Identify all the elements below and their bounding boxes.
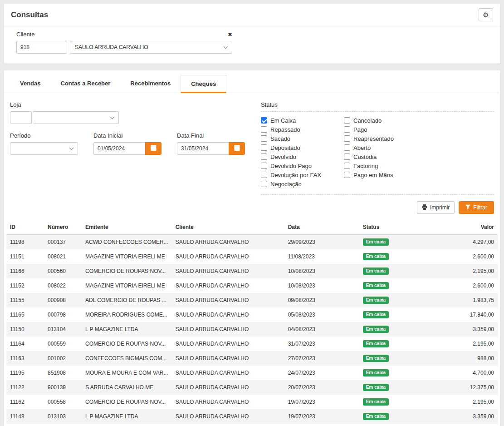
table-row[interactable]: 11151 008021 MAGAZINE VITORIA EIRELI ME … [6, 249, 498, 264]
status-badge: Em caixa [363, 413, 389, 420]
cliente-select[interactable]: SAULO ARRUDA CARVALHO [70, 41, 232, 54]
status-checkbox-item[interactable]: Sacado [261, 134, 344, 143]
checkbox-label: Pago em Mãos [353, 172, 393, 178]
status-checkbox-item[interactable]: Negociação [261, 179, 344, 188]
data-inicial-input[interactable] [93, 142, 146, 155]
tab-cheques[interactable]: Cheques [181, 75, 226, 93]
checkbox-icon[interactable] [344, 144, 350, 151]
status-checkbox-item[interactable]: Reapresentado [344, 134, 394, 143]
status-checkbox-item[interactable]: Devolvido Pago [261, 161, 344, 170]
tab-recebimentos[interactable]: Recebimentos [120, 75, 181, 93]
cell-valor: 17.840,00 [432, 307, 498, 322]
checkbox-icon[interactable] [261, 144, 267, 151]
table-row[interactable]: 11195 851908 MOURA E MOURA E COM VAR... … [6, 366, 498, 380]
status-checkbox-item[interactable]: Em Caixa [261, 116, 344, 125]
checkbox-label: Reapresentado [353, 135, 394, 142]
checkbox-icon[interactable] [344, 126, 350, 133]
status-checkbox-item[interactable]: Pago [344, 125, 394, 134]
checkbox-icon[interactable] [261, 126, 267, 133]
cell-numero: 013104 [44, 322, 82, 337]
table-row[interactable]: 11165 000798 MOREIRA RODRIGUES COME... S… [6, 307, 498, 322]
settings-button[interactable]: ⚙ [479, 8, 493, 21]
cell-cliente: SAULO ARRUDA CARVALHO [172, 278, 284, 293]
imprimir-button[interactable]: Imprimir [417, 201, 455, 214]
loja-label: Loja [10, 101, 246, 108]
cell-id: 11165 [6, 307, 44, 322]
data-final-input[interactable] [177, 142, 229, 155]
gear-icon: ⚙ [483, 11, 489, 18]
data-final-calendar-button[interactable] [229, 142, 245, 155]
loja-code-input[interactable] [10, 111, 32, 124]
status-badge: Em caixa [363, 238, 389, 246]
table-row[interactable]: 11150 013104 L P MAGAZINE LTDA SAULO ARR… [6, 322, 498, 337]
cell-status: Em caixa [359, 235, 432, 250]
checkbox-icon[interactable] [261, 135, 267, 142]
consultas-card: Consultas ⚙ Cliente ✖ SAULO ARRUDA CARVA… [4, 4, 500, 64]
checkbox-icon[interactable] [344, 117, 350, 124]
cell-status: Em caixa [359, 380, 432, 395]
cliente-code-input[interactable] [16, 41, 67, 54]
cell-valor: 2.195,00 [432, 337, 498, 351]
checkbox-icon[interactable] [344, 154, 350, 160]
status-checkbox-item[interactable]: Pago em Mãos [344, 170, 394, 179]
tab-vendas[interactable]: Vendas [10, 75, 51, 93]
checkbox-label: Factoring [353, 163, 378, 169]
tab-label: Cheques [191, 80, 216, 87]
checkbox-label: Em Caixa [270, 117, 296, 124]
status-checkbox-item[interactable]: Repassado [261, 125, 344, 134]
checkbox-icon[interactable] [261, 117, 267, 124]
table-row[interactable]: 11152 008022 MAGAZINE VITORIA EIRELI ME … [6, 278, 498, 293]
data-inicial-group: Data Inicial [93, 132, 161, 155]
col-header-status: Status [359, 219, 432, 235]
clear-cliente-icon[interactable]: ✖ [228, 32, 232, 37]
status-badge: Em caixa [363, 297, 389, 304]
filtrar-button[interactable]: Filtrar [459, 201, 494, 214]
status-badge: Em caixa [363, 267, 389, 275]
checkbox-icon[interactable] [344, 172, 350, 178]
table-row[interactable]: 11164 000559 COMERCIO DE ROUPAS NOV... S… [6, 337, 498, 351]
cell-cliente: SAULO ARRUDA CARVALHO [172, 264, 284, 278]
cell-emitente: L P MAGAZINE LTDA [82, 409, 172, 424]
chevron-down-icon [69, 145, 74, 150]
cell-cliente: SAULO ARRUDA CARVALHO [172, 235, 284, 250]
cell-data: 09/08/2023 [284, 293, 359, 307]
status-checkbox-item[interactable]: Cancelado [344, 116, 394, 125]
tab-contas-a-receber[interactable]: Contas a Receber [51, 75, 121, 93]
status-badge: Em caixa [363, 384, 389, 391]
table-row[interactable]: 11122 900139 S ARRUDA CARVALHO ME SAULO … [6, 380, 498, 395]
cell-valor: 12.375,00 [432, 380, 498, 395]
checkbox-icon[interactable] [344, 135, 350, 142]
cell-numero: 000908 [44, 293, 82, 307]
cell-data: 29/09/2023 [284, 235, 359, 250]
cell-data: 24/07/2023 [284, 366, 359, 380]
loja-select[interactable] [33, 111, 119, 124]
page-title: Consultas [11, 10, 48, 20]
actions-bar: Imprimir Filtrar [4, 195, 500, 219]
status-checkbox-item[interactable]: Devolução por FAX [261, 170, 344, 179]
data-inicial-calendar-button[interactable] [145, 142, 161, 155]
checkbox-icon[interactable] [261, 181, 267, 187]
status-checkbox-item[interactable]: Aberto [344, 143, 394, 152]
status-checkbox-item[interactable]: Custódia [344, 152, 394, 161]
table-row[interactable]: 11198 000137 ACWD CONFECCOES COMER... SA… [6, 235, 498, 250]
periodo-select[interactable] [10, 142, 78, 155]
status-checkbox-item[interactable]: Devolvido [261, 152, 344, 161]
status-checkbox-item[interactable]: Factoring [344, 161, 394, 170]
table-row[interactable]: 11162 000558 COMERCIO DE ROUPAS NOV... S… [6, 395, 498, 409]
cell-valor: 2.600,00 [432, 249, 498, 264]
status-badge: Em caixa [363, 369, 389, 376]
cell-numero: 013103 [44, 409, 82, 424]
table-row[interactable]: 11148 013103 L P MAGAZINE LTDA SAULO ARR… [6, 409, 498, 424]
checkbox-icon[interactable] [261, 172, 267, 178]
cell-data: 31/07/2023 [284, 337, 359, 351]
table-row[interactable]: 11166 000560 COMERCIO DE ROUPAS NOV... S… [6, 264, 498, 278]
table-row[interactable]: 11155 000908 ADL COMERCIO DE ROUPAS ... … [6, 293, 498, 307]
table-row[interactable]: 11163 001002 CONFECCOES BIGMAIS COM... S… [6, 351, 498, 366]
cell-emitente: COMERCIO DE ROUPAS NOV... [82, 337, 172, 351]
status-badge: Em caixa [363, 340, 389, 347]
status-checkbox-item[interactable]: Depositado [261, 143, 344, 152]
checkbox-label: Sacado [270, 135, 290, 142]
checkbox-icon[interactable] [261, 154, 267, 160]
checkbox-icon[interactable] [261, 163, 267, 169]
checkbox-icon[interactable] [344, 163, 350, 169]
